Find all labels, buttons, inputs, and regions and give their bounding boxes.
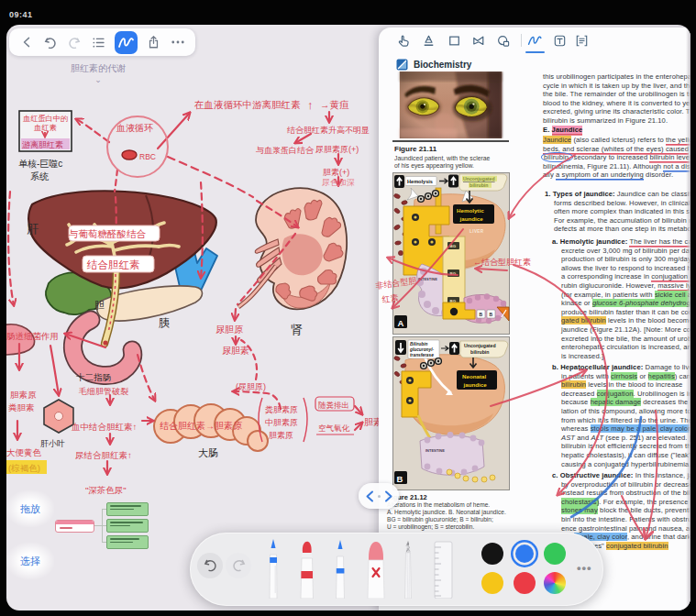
document-text-line: b. Hepatocellular jaundice: Damage to li…: [552, 363, 690, 371]
svg-text:(尿胆原): (尿胆原): [236, 382, 266, 391]
svg-text:尿胆素原(+): 尿胆素原(+): [315, 145, 359, 154]
figure11-title: Figure 21.11: [394, 145, 436, 153]
svg-text:Hemolysis: Hemolysis: [407, 179, 433, 184]
color-yellow[interactable]: [481, 572, 503, 594]
svg-text:B: B: [480, 312, 483, 317]
next-page-icon[interactable]: [384, 490, 393, 502]
svg-text:血液循环: 血液循环: [116, 123, 153, 133]
pencil[interactable]: [401, 540, 415, 599]
svg-text:肝小叶: 肝小叶: [40, 439, 65, 448]
ink-undo-button[interactable]: [197, 553, 223, 578]
svg-text:粪胆素: 粪胆素: [8, 402, 35, 412]
svg-text:↑: ↑: [307, 98, 314, 112]
color-black[interactable]: [481, 543, 503, 565]
share-icon[interactable]: [146, 35, 161, 50]
ruler[interactable]: [431, 540, 455, 599]
prev-page-icon[interactable]: [365, 490, 374, 502]
svg-text:大肠: 大肠: [198, 447, 218, 458]
document-text-line: from which it is filtered into the urine…: [561, 416, 690, 424]
svg-text:胰: 胰: [159, 316, 170, 329]
svg-text:尿结合胆红素↑: 尿结合胆红素↑: [75, 450, 132, 460]
eraser[interactable]: [366, 539, 386, 599]
color-wheel[interactable]: [544, 572, 566, 594]
svg-text:中胆素原: 中胆素原: [265, 418, 298, 427]
ink-redo-button[interactable]: [226, 553, 251, 578]
document-text-line: in patients with cirrhosis or hepatitis)…: [561, 372, 690, 380]
svg-text:结合胆红素升高不明显: 结合胆红素升高不明显: [287, 126, 370, 135]
document-text-column: this urobilinogen participates in the en…: [543, 28, 690, 610]
drag-button[interactable]: 拖放: [6, 490, 54, 527]
svg-text:游离胆红素: 游离胆红素: [22, 140, 63, 149]
marker-pen[interactable]: [297, 540, 315, 599]
svg-text:肝: 肝: [27, 222, 39, 236]
document-text-line: E. Jaundice: [543, 126, 582, 134]
document-text-line: bilirubin is summarized in Figure 21.10.: [543, 116, 668, 125]
device-frame: 09:41: [0, 0, 696, 616]
undo-icon[interactable]: [43, 35, 59, 50]
svg-text:transferase: transferase: [410, 353, 434, 358]
handwriting-pen-icon[interactable]: [115, 31, 138, 54]
svg-text:尿胆原: 尿胆原: [215, 324, 243, 335]
document-text-line: kinase or glucose 6-phosphate dehydrogen…: [561, 299, 690, 307]
svg-text:系统: 系统: [30, 171, 50, 182]
more-icon[interactable]: [170, 35, 185, 50]
page-title[interactable]: 胆红素的代谢: [43, 62, 153, 75]
chevron-down-icon[interactable]: ⌄: [43, 75, 153, 84]
document-text-line: causing a conjugated hyperbilirubinemia.…: [561, 460, 690, 468]
back-chevron-icon[interactable]: [19, 35, 35, 50]
polygon-select-icon[interactable]: [471, 33, 486, 48]
document-title: Biochemistry: [414, 60, 471, 70]
document-text-line: a. Hemolytic jaundice: The liver has the…: [552, 237, 690, 246]
svg-text:B: B: [397, 474, 403, 484]
app-screen: 血红蛋白中的 血红素 游离胆红素 血液循环 RBC 在血液循环中游离胆红素 ↑ …: [6, 25, 690, 610]
svg-text:随粪排出: 随粪排出: [318, 401, 349, 410]
outline-list-icon[interactable]: [91, 35, 106, 50]
document-text-line: excrete over 3,000 mg of bilirubin per d…: [561, 247, 690, 255]
document-text-line: bilirubin, secondary to increased biliru…: [543, 153, 690, 161]
document-text-line: bin into the intestine. Patients with ob…: [561, 515, 690, 523]
svg-text:结合胆红素→胆素原: 结合胆红素→胆素原: [160, 421, 242, 431]
active-tool-underline: [525, 51, 545, 53]
document-text-line: AST and ALT (see p. 251) are elevated. […: [561, 434, 690, 442]
scribble-pen-icon[interactable]: [527, 33, 542, 48]
jaundice-photo: [392, 72, 509, 138]
document-text-line: production of bilirubin is only 300 mg/d…: [561, 255, 690, 263]
rect-select-icon[interactable]: [447, 33, 461, 48]
svg-text:血红蛋白中的: 血红蛋白中的: [23, 114, 68, 123]
svg-text:glucuronyl-: glucuronyl-: [409, 347, 435, 352]
excerpt-clip-icon[interactable]: [496, 33, 511, 48]
fineliner-pen[interactable]: [265, 538, 282, 599]
color-green[interactable]: [544, 543, 566, 565]
document-text-line: For example, the accumulation of bilirub…: [554, 216, 690, 225]
highlighter-icon[interactable]: [421, 33, 436, 48]
svg-text:INTESTINE: INTESTINE: [425, 448, 445, 453]
pen-more-icon[interactable]: •••: [577, 561, 592, 575]
mindmap-node[interactable]: [106, 535, 149, 549]
svg-text:在血液循环中游离胆红素: 在血液循环中游离胆红素: [193, 99, 301, 110]
color-red[interactable]: [514, 572, 536, 594]
svg-text:Unconjugated: Unconjugated: [464, 343, 496, 348]
mindmap-node[interactable]: [106, 519, 149, 533]
svg-text:胆: 胆: [94, 300, 105, 311]
color-blue-selected[interactable]: [515, 544, 534, 563]
document-text-line: (for example, in patients with sickle ce…: [561, 291, 690, 299]
pointer-hand-icon[interactable]: [396, 33, 411, 48]
svg-text:Neonatal: Neonatal: [462, 373, 486, 380]
svg-text:毛细胆管破裂: 毛细胆管破裂: [78, 387, 128, 396]
figure12-caption: Figure 21.12 Alterations in the metaboli…: [387, 494, 525, 531]
document-text-line: often more complex than indicated in thi…: [554, 207, 690, 215]
svg-text:BG: BG: [450, 271, 457, 276]
redo-icon[interactable]: [67, 35, 83, 50]
svg-text:空气氧化: 空气氧化: [318, 424, 350, 433]
mindmap-root-card[interactable]: [55, 520, 94, 533]
svg-text:RBC: RBC: [139, 152, 156, 161]
mindmap-node[interactable]: [106, 502, 149, 516]
figure11-caption: Jaundiced patient, with the scleraeof hi…: [394, 155, 512, 170]
svg-text:jaundice: jaundice: [463, 381, 488, 388]
document-header[interactable]: Biochemistry: [396, 58, 471, 72]
document-text-line: excreted, giving urine its characteristi…: [543, 107, 690, 116]
ballpoint-pen[interactable]: [332, 539, 348, 599]
select-button[interactable]: 选择: [6, 543, 54, 579]
document-text-line: 1. Types of jaundice: Jaundice can be cl…: [545, 190, 690, 198]
svg-text:大便黄色: 大便黄色: [6, 447, 42, 457]
